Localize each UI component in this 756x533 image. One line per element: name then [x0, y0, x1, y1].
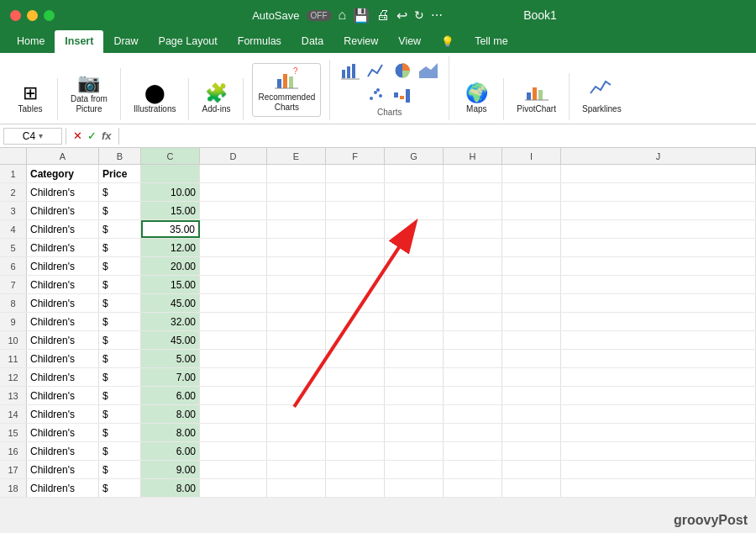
cancel-icon[interactable]: ✕ [73, 129, 82, 142]
cell-empty[interactable] [561, 442, 756, 460]
cell-empty[interactable] [444, 368, 502, 386]
cell-a7[interactable]: Children's [27, 276, 99, 293]
cell-b4[interactable]: $ [99, 220, 141, 238]
cell-c13[interactable]: 6.00 [141, 387, 200, 404]
cell-a15[interactable]: Children's [27, 424, 99, 441]
cell-c5[interactable]: 12.00 [141, 239, 200, 256]
cell-empty[interactable] [326, 350, 385, 367]
fx-icon[interactable]: fx [102, 129, 112, 142]
cell-empty[interactable] [444, 257, 502, 275]
cell-empty[interactable] [326, 183, 385, 201]
cell-empty[interactable] [326, 424, 385, 441]
cell-empty[interactable] [385, 165, 444, 182]
cell-empty[interactable] [385, 202, 444, 219]
cell-b2[interactable]: $ [99, 183, 141, 201]
close-button[interactable] [10, 10, 21, 21]
cell-empty[interactable] [444, 220, 502, 238]
cell-empty[interactable] [267, 202, 326, 219]
cell-empty[interactable] [267, 276, 326, 293]
cell-empty[interactable] [385, 257, 444, 275]
cell-reference-box[interactable]: C4 ▾ [3, 128, 62, 145]
cell-empty[interactable] [200, 461, 267, 478]
cell-empty[interactable] [200, 368, 267, 386]
cell-c14[interactable]: 8.00 [141, 405, 200, 423]
cell-c2[interactable]: 10.00 [141, 183, 200, 201]
cell-empty[interactable] [385, 220, 444, 238]
cell-c4[interactable]: 35.00 [141, 220, 200, 238]
cell-empty[interactable] [326, 479, 385, 497]
cell-empty[interactable] [326, 220, 385, 238]
cell-b12[interactable]: $ [99, 368, 141, 386]
cell-empty[interactable] [561, 405, 756, 423]
maps-button[interactable]: 🌍 Maps [458, 82, 495, 117]
cell-empty[interactable] [267, 387, 326, 404]
cell-empty[interactable] [502, 183, 561, 201]
cell-empty[interactable] [444, 294, 502, 312]
cell-empty[interactable] [502, 165, 561, 182]
tab-view[interactable]: View [388, 30, 431, 53]
cell-empty[interactable] [200, 165, 267, 182]
formula-input[interactable] [123, 129, 753, 144]
cell-empty[interactable] [267, 331, 326, 349]
cell-c17[interactable]: 9.00 [141, 461, 200, 478]
cell-empty[interactable] [444, 424, 502, 441]
cell-a12[interactable]: Children's [27, 368, 99, 386]
cell-empty[interactable] [561, 313, 756, 330]
cell-empty[interactable] [502, 424, 561, 441]
cell-empty[interactable] [561, 368, 756, 386]
cell-empty[interactable] [444, 479, 502, 497]
cell-c12[interactable]: 7.00 [141, 368, 200, 386]
cell-empty[interactable] [200, 276, 267, 293]
cell-empty[interactable] [561, 183, 756, 201]
cell-c3[interactable]: 15.00 [141, 202, 200, 219]
cell-empty[interactable] [385, 387, 444, 404]
cell-a18[interactable]: Children's [27, 479, 99, 497]
cell-b3[interactable]: $ [99, 202, 141, 219]
cell-empty[interactable] [200, 313, 267, 330]
cell-empty[interactable] [326, 442, 385, 460]
cell-empty[interactable] [502, 294, 561, 312]
cell-empty[interactable] [502, 479, 561, 497]
cell-a2[interactable]: Children's [27, 183, 99, 201]
cell-empty[interactable] [385, 239, 444, 256]
cell-empty[interactable] [267, 257, 326, 275]
cell-empty[interactable] [267, 424, 326, 441]
cell-empty[interactable] [502, 350, 561, 367]
cell-empty[interactable] [267, 479, 326, 497]
cell-empty[interactable] [326, 239, 385, 256]
cell-b15[interactable]: $ [99, 424, 141, 441]
cell-empty[interactable] [267, 461, 326, 478]
cell-empty[interactable] [502, 239, 561, 256]
cell-empty[interactable] [561, 294, 756, 312]
cell-b18[interactable]: $ [99, 479, 141, 497]
cell-a11[interactable]: Children's [27, 350, 99, 367]
tab-lightbulb[interactable]: 💡 [431, 30, 465, 53]
cell-empty[interactable] [444, 276, 502, 293]
cell-empty[interactable] [561, 220, 756, 238]
cell-c1[interactable] [141, 165, 200, 182]
maximize-button[interactable] [44, 10, 55, 21]
cell-empty[interactable] [561, 202, 756, 219]
cell-empty[interactable] [326, 294, 385, 312]
cell-empty[interactable] [561, 331, 756, 349]
cell-empty[interactable] [267, 220, 326, 238]
cell-empty[interactable] [200, 424, 267, 441]
cell-c11[interactable]: 5.00 [141, 350, 200, 367]
cell-empty[interactable] [444, 387, 502, 404]
cell-empty[interactable] [267, 239, 326, 256]
pie-chart-button[interactable] [391, 60, 414, 82]
cell-empty[interactable] [267, 313, 326, 330]
tab-home[interactable]: Home [7, 30, 55, 53]
cell-a4[interactable]: Children's [27, 220, 99, 238]
cell-empty[interactable] [326, 313, 385, 330]
cell-empty[interactable] [385, 405, 444, 423]
cell-a1[interactable]: Category [27, 165, 99, 182]
addins-button[interactable]: 🧩 Add-ins [197, 82, 234, 117]
cell-b9[interactable]: $ [99, 313, 141, 330]
cell-b1[interactable]: Price [99, 165, 141, 182]
cell-c15[interactable]: 8.00 [141, 424, 200, 441]
cell-empty[interactable] [444, 239, 502, 256]
cell-empty[interactable] [326, 387, 385, 404]
cell-empty[interactable] [267, 368, 326, 386]
cell-a3[interactable]: Children's [27, 202, 99, 219]
